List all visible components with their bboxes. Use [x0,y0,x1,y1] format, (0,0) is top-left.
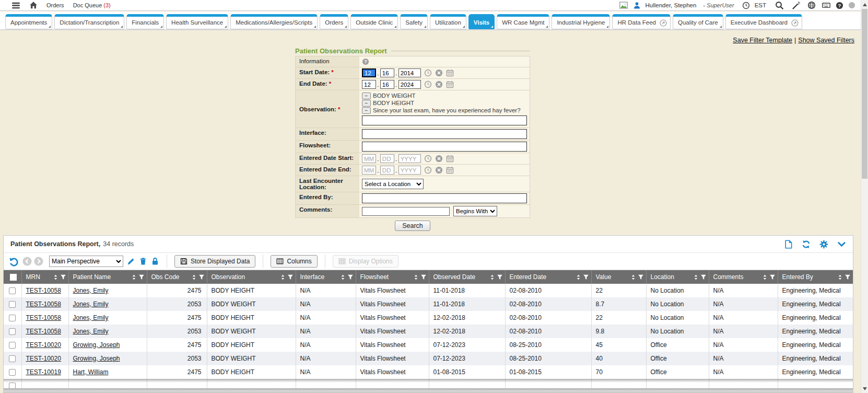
user-icon[interactable] [633,2,641,9]
keyboard-icon[interactable] [822,1,831,9]
show-saved-filters-link[interactable]: Show Saved Filters [798,37,854,44]
row-checkbox[interactable] [9,301,16,308]
horizontal-scrollbar[interactable] [4,388,853,392]
row-checkbox[interactable] [9,355,16,362]
scrollbar-up-arrow[interactable] [863,3,867,6]
entered-date-end-day-input[interactable] [380,166,394,175]
patient-name-link[interactable]: Jones, Emily [73,314,109,321]
row-checkbox[interactable] [9,342,16,349]
tab-visits[interactable]: Visits [468,14,495,29]
entered-date-end-year-input[interactable] [398,166,421,175]
filter-funnel-icon[interactable] [420,274,427,280]
mrn-link[interactable]: TEST-10058 [26,314,61,321]
filter-funnel-icon[interactable] [769,274,776,280]
next-page-icon[interactable] [34,257,43,266]
mrn-link[interactable]: TEST-10020 [26,341,61,349]
sort-icon[interactable] [489,274,495,280]
edit-pencil-icon[interactable] [127,257,135,265]
tab-orders[interactable]: Orders [320,14,348,29]
mrn-link[interactable]: TEST-10058 [26,300,61,308]
patient-name-link[interactable]: Jones, Emily [73,328,109,335]
filter-funnel-icon[interactable] [700,274,707,280]
row-checkbox[interactable] [9,369,16,376]
patient-name-link[interactable]: Hart, William [73,368,109,376]
end-date-month-input[interactable] [362,80,376,89]
tab-financials[interactable]: Financials [126,14,164,29]
mrn-link[interactable]: TEST-10019 [26,368,61,376]
undo-icon[interactable] [9,257,19,267]
column-header-value[interactable]: Value [591,270,646,284]
previous-page-icon[interactable] [22,257,32,266]
start-date-time-icon[interactable] [424,69,432,77]
filter-funnel-icon[interactable] [287,274,294,280]
refresh-icon[interactable] [802,240,811,249]
perspective-select[interactable]: Main Perspective [49,256,123,267]
start-date-day-input[interactable] [380,68,394,77]
end-date-day-input[interactable] [380,80,394,89]
patient-name-link[interactable]: Growing, Joseph [73,341,120,349]
scrollbar-down-arrow[interactable] [863,387,867,390]
tab-hr-data-feed[interactable]: HR Data Feed [612,14,671,29]
sort-icon[interactable] [413,274,419,280]
mrn-link[interactable]: TEST-10058 [26,287,61,294]
new-document-icon[interactable] [784,240,793,249]
sort-icon[interactable] [340,274,346,280]
sort-icon[interactable] [131,274,137,280]
sort-icon[interactable] [191,274,197,280]
lock-icon[interactable] [151,257,159,265]
filter-funnel-icon[interactable] [138,274,145,280]
remove-observation-button[interactable]: − [362,93,371,99]
doc-queue-link[interactable]: Doc Queue(3) [73,2,111,8]
sort-icon[interactable] [630,274,636,280]
patient-name-link[interactable]: Jones, Emily [73,300,109,308]
tab-quality-of-care[interactable]: Quality of Care [673,14,723,29]
tab-wr-case-mgmt[interactable]: WR Case Mgmt [497,14,549,29]
filter-funnel-icon[interactable] [347,274,354,280]
interface-input[interactable] [362,129,527,139]
end-date-year-input[interactable] [398,80,421,89]
column-header-flowsheet[interactable]: Flowsheet [356,270,429,284]
start-date-clear-icon[interactable] [435,69,443,77]
tab-utilization[interactable]: Utilization [430,14,466,29]
comments-match-type-select[interactable]: Begins With [453,206,497,216]
entered-date-start-year-input[interactable] [398,154,421,163]
last-encounter-location-select[interactable]: Select a Location [362,179,424,189]
tab-appointments[interactable]: Appointments [5,14,52,29]
sort-icon[interactable] [837,274,843,280]
filter-funnel-icon[interactable] [844,274,851,280]
home-icon[interactable] [29,1,38,9]
remove-observation-button[interactable]: − [362,107,371,114]
select-all-checkbox[interactable] [10,274,17,281]
search-button[interactable]: Search [395,221,430,231]
entered-date-end-clear-icon[interactable] [435,166,443,174]
entered-date-start-clear-icon[interactable] [435,155,443,163]
globe-icon[interactable] [807,1,816,9]
flowsheet-input[interactable] [362,142,527,152]
remove-observation-button[interactable]: − [362,100,371,107]
settings-gear-icon[interactable] [819,240,828,249]
save-filter-template-link[interactable]: Save Filter Template [733,37,792,44]
tab-executive-dashboard[interactable]: Executive Dashboard [725,14,802,29]
search-icon[interactable] [775,1,784,10]
help-icon[interactable] [836,2,843,9]
column-header-interface[interactable]: Interface [296,270,356,284]
column-header-observed-date[interactable]: Observed Date [429,270,505,284]
delete-trash-icon[interactable] [139,257,147,265]
filter-funnel-icon[interactable] [638,274,644,280]
tab-outside-clinic[interactable]: Outside Clinic [350,14,398,29]
sort-icon[interactable] [53,274,58,280]
column-header-mrn[interactable]: MRN [21,270,68,284]
entered-date-end-time-icon[interactable] [424,166,432,174]
tab-industrial-hygiene[interactable]: Industrial Hygiene [552,14,610,29]
information-help-icon[interactable] [362,58,369,65]
wand-icon[interactable] [792,1,801,10]
filter-funnel-icon[interactable] [497,274,503,280]
column-header-obs-code[interactable]: Obs Code [147,270,207,284]
column-header-comments[interactable]: Comments [709,270,778,284]
column-header-entered-by[interactable]: Entered By [778,270,853,284]
patient-name-link[interactable]: Jones, Emily [73,287,109,294]
sort-icon[interactable] [693,274,699,280]
start-date-month-input[interactable] [362,68,376,77]
end-date-time-icon[interactable] [424,80,432,88]
entered-date-start-time-icon[interactable] [424,155,432,163]
